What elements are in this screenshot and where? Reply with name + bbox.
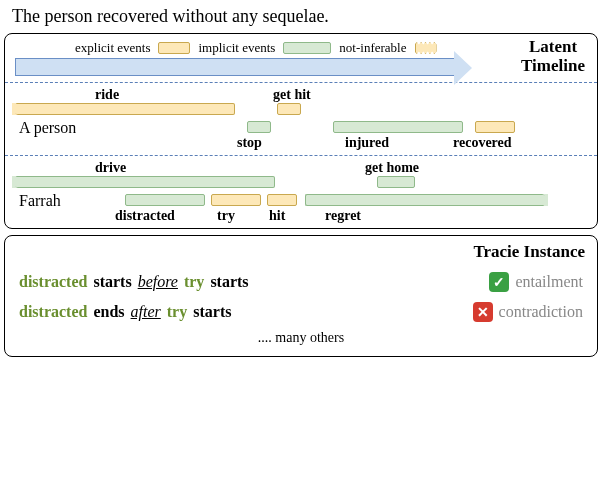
farrah-track: drive get home Farrah distracted try hit… (15, 162, 587, 222)
latent-timeline-panel: LatentTimeline explicit events implicit … (4, 33, 598, 229)
event-injured-label: injured (345, 135, 389, 151)
legend-explicit-label: explicit events (75, 40, 150, 56)
legend-notinf-label: not-inferable (339, 40, 406, 56)
event-gethit-bar (277, 103, 301, 115)
timeline-arrow (15, 58, 455, 76)
tracie-r2-a: distracted (19, 303, 87, 321)
tracie-r2-b: try (167, 303, 187, 321)
tracie-panel: Tracie Instance distracted starts before… (4, 235, 598, 357)
tracie-row-1: distracted starts before try starts ✓ en… (19, 272, 583, 292)
divider (5, 155, 597, 156)
tracie-r1-a: distracted (19, 273, 87, 291)
legend: explicit events implicit events not-infe… (75, 40, 587, 56)
actor-farrah: Farrah (19, 192, 61, 210)
tracie-r2-v2: starts (193, 303, 231, 321)
tracie-r2-v1: ends (93, 303, 124, 321)
event-distracted-bar (125, 194, 205, 206)
event-try-bar (211, 194, 261, 206)
event-hit-label: hit (269, 208, 285, 224)
tracie-r2-rel: after (131, 303, 161, 321)
event-stop-bar (247, 121, 271, 133)
tracie-r1-b: try (184, 273, 204, 291)
actor-person: A person (19, 119, 76, 137)
event-recovered-label: recovered (453, 135, 512, 151)
context-sentence: The person recovered without any sequela… (4, 4, 598, 29)
event-distracted-label: distracted (115, 208, 175, 224)
event-gethome-label: get home (365, 160, 419, 176)
tracie-r1-rel: before (138, 273, 178, 291)
event-drive-bar (15, 176, 275, 188)
legend-implicit-label: implicit events (198, 40, 275, 56)
event-ride-label: ride (95, 87, 119, 103)
event-drive-label: drive (95, 160, 126, 176)
event-try-label: try (217, 208, 235, 224)
event-gethome-bar (377, 176, 415, 188)
cross-icon: ✕ (473, 302, 493, 322)
legend-explicit-swatch (158, 42, 190, 54)
event-regret-label: regret (325, 208, 361, 224)
tracie-r1-v2: starts (210, 273, 248, 291)
event-hit-bar (267, 194, 297, 206)
tracie-title: Tracie Instance (473, 242, 585, 262)
divider (5, 82, 597, 83)
event-ride-bar (15, 103, 235, 115)
event-gethit-label: get hit (273, 87, 311, 103)
legend-implicit-swatch (283, 42, 331, 54)
event-recovered-bar (475, 121, 515, 133)
legend-notinf-swatch (415, 42, 437, 54)
tracie-r1-judgement: entailment (515, 273, 583, 291)
event-injured-bar (333, 121, 463, 133)
event-stop-label: stop (237, 135, 262, 151)
latent-timeline-title: LatentTimeline (521, 38, 585, 75)
tracie-r2-judgement: contradiction (499, 303, 583, 321)
tracie-r1-v1: starts (93, 273, 131, 291)
check-icon: ✓ (489, 272, 509, 292)
event-regret-bar (305, 194, 545, 206)
tracie-row-2: distracted ends after try starts ✕ contr… (19, 302, 583, 322)
tracie-others: .... many others (15, 330, 587, 346)
person-track: ride get hit A person stop injured recov… (15, 89, 587, 149)
